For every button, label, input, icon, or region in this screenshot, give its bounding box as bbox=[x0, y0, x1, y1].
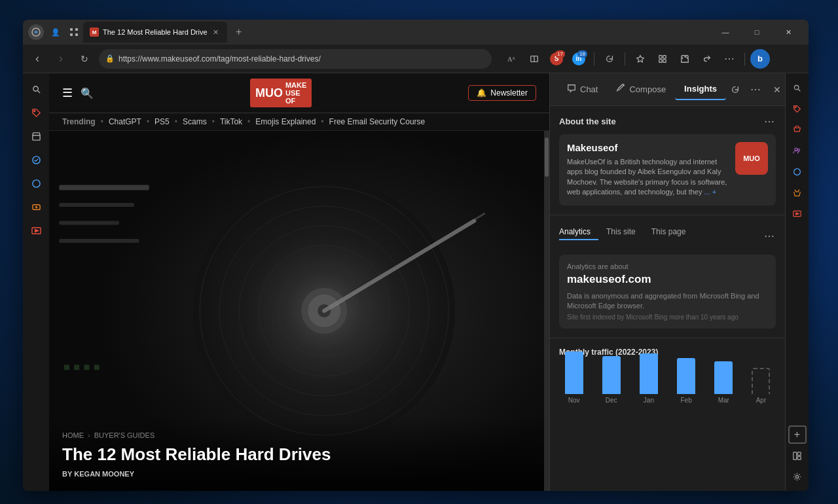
back-button[interactable]: ‹ bbox=[28, 50, 46, 68]
mini-add-button[interactable]: + bbox=[788, 425, 807, 444]
svg-rect-11 bbox=[659, 59, 662, 62]
muo-search-icon[interactable]: 🔍 bbox=[81, 87, 94, 99]
bing-button[interactable]: b bbox=[750, 49, 770, 69]
workspace-icon[interactable] bbox=[67, 26, 81, 39]
trending-chatgpt[interactable]: ChatGPT bbox=[109, 117, 141, 126]
title-bar: 👤 M The 12 Most Reliable Hard Drive ✕ + … bbox=[23, 20, 809, 45]
tab-compose[interactable]: Compose bbox=[607, 79, 675, 100]
profile-icon[interactable]: 👤 bbox=[49, 26, 62, 39]
close-button[interactable]: ✕ bbox=[773, 22, 803, 43]
refresh-insights-button[interactable] bbox=[726, 81, 744, 99]
by-label: BY bbox=[62, 470, 72, 478]
more-button[interactable]: ⋯ bbox=[720, 49, 739, 69]
sidebar-video-icon[interactable] bbox=[26, 220, 46, 241]
sidebar-game-icon[interactable] bbox=[26, 196, 46, 217]
bar-label-nov: Nov bbox=[568, 397, 580, 404]
svg-rect-2 bbox=[75, 28, 78, 31]
svg-rect-41 bbox=[74, 365, 79, 370]
bing-sidebar: Chat Compose Insights bbox=[549, 73, 785, 491]
immersive-reader-button[interactable] bbox=[524, 49, 544, 69]
tab-close-button[interactable]: ✕ bbox=[211, 27, 221, 37]
site-logo-text: MUO bbox=[743, 154, 760, 162]
active-tab[interactable]: M The 12 Most Reliable Hard Drive ✕ bbox=[83, 22, 227, 43]
profile-badge-button[interactable]: S 17 bbox=[547, 49, 566, 69]
analytics-more-button[interactable]: ⋯ bbox=[764, 230, 776, 242]
trending-dot-3: • bbox=[175, 117, 177, 126]
sync-button[interactable] bbox=[600, 49, 619, 69]
analytics-tab-this-page[interactable]: This page bbox=[644, 225, 694, 240]
svg-point-50 bbox=[794, 168, 801, 175]
read-more-button[interactable]: ... + bbox=[704, 188, 717, 196]
tab-chat[interactable]: Chat bbox=[558, 79, 607, 100]
bar-label-dec: Dec bbox=[606, 397, 617, 404]
muo-logo-box[interactable]: MUO MAKE USE OF bbox=[250, 79, 312, 107]
read-aloud-button[interactable]: AA bbox=[502, 49, 522, 69]
svg-rect-40 bbox=[64, 365, 69, 370]
trending-dot-6: • bbox=[321, 117, 323, 126]
breadcrumb-home-link[interactable]: HOME bbox=[62, 431, 84, 439]
trending-dot-5: • bbox=[247, 117, 250, 126]
bar-group-feb: Feb bbox=[672, 358, 701, 404]
mini-video-icon[interactable] bbox=[788, 204, 807, 223]
right-mini-sidebar: + bbox=[785, 73, 809, 491]
site-name: Makeuseof bbox=[567, 142, 729, 153]
analytics-tabs: Analytics This site This page bbox=[559, 225, 693, 240]
bar-group-jan: Jan bbox=[634, 353, 663, 404]
mini-settings-icon[interactable] bbox=[788, 467, 807, 486]
traffic-section: Monthly traffic (2022-2023) Nov Dec bbox=[550, 338, 785, 491]
mini-layout-icon[interactable] bbox=[788, 446, 807, 465]
trending-scams[interactable]: Scams bbox=[183, 117, 207, 126]
favorites-button[interactable] bbox=[630, 49, 650, 69]
analytics-description: Data is anonymous and aggregated from Mi… bbox=[567, 291, 768, 312]
mini-search-icon[interactable] bbox=[788, 79, 807, 97]
sidebar-collections-icon[interactable] bbox=[26, 149, 46, 170]
about-site-title: About the site bbox=[559, 117, 616, 126]
article-title: The 12 Most Reliable Hard Drives bbox=[62, 444, 536, 465]
sidebar-circle-icon[interactable] bbox=[26, 173, 46, 194]
mini-people-icon[interactable] bbox=[788, 141, 807, 160]
trending-tiktok[interactable]: TikTok bbox=[220, 117, 242, 126]
trending-dot-1: • bbox=[101, 117, 103, 126]
tab-insights[interactable]: Insights bbox=[675, 79, 726, 100]
maximize-button[interactable]: □ bbox=[742, 22, 772, 43]
refresh-button[interactable]: ↻ bbox=[75, 50, 94, 68]
scroll-indicator[interactable] bbox=[544, 131, 549, 491]
trending-security[interactable]: Free Email Security Course bbox=[329, 117, 426, 126]
muo-nav-right: 🔔 Newsletter bbox=[468, 85, 536, 101]
website-content[interactable]: ☰ 🔍 MUO MAKE USE OF bbox=[49, 73, 549, 491]
newsletter-button[interactable]: 🔔 Newsletter bbox=[468, 85, 536, 101]
url-box[interactable]: 🔒 https://www.makeuseof.com/tag/most-rel… bbox=[99, 49, 492, 69]
sidebar-shop-icon[interactable] bbox=[26, 126, 46, 147]
svg-marker-52 bbox=[796, 212, 799, 214]
new-tab-button[interactable]: + bbox=[230, 23, 248, 41]
sidebar-tag-icon[interactable] bbox=[26, 102, 46, 123]
hamburger-menu[interactable]: ☰ bbox=[62, 86, 73, 100]
mini-circle-icon[interactable] bbox=[788, 162, 807, 181]
trending-emojis[interactable]: Emojis Explained bbox=[255, 117, 316, 126]
forward-button[interactable]: › bbox=[52, 50, 70, 68]
analytics-section: Analytics This site This page ⋯ Analytic… bbox=[550, 215, 785, 339]
mini-shop-icon[interactable] bbox=[788, 120, 807, 139]
about-site-more-button[interactable]: ⋯ bbox=[764, 115, 776, 128]
more-options-button[interactable]: ⋯ bbox=[747, 81, 765, 99]
minimize-button[interactable]: — bbox=[710, 22, 740, 43]
svg-rect-4 bbox=[75, 33, 78, 36]
bell-icon: 🔔 bbox=[477, 88, 486, 98]
analytics-tab-this-site[interactable]: This site bbox=[598, 225, 644, 240]
notifications-button[interactable]: in 18 bbox=[569, 49, 589, 69]
mini-game-icon[interactable] bbox=[788, 183, 807, 202]
collections-button[interactable] bbox=[653, 49, 672, 69]
trending-ps5[interactable]: PS5 bbox=[155, 117, 170, 126]
close-sidebar-button[interactable]: ✕ bbox=[768, 81, 786, 99]
mini-tag-icon[interactable] bbox=[788, 99, 807, 118]
share-button[interactable] bbox=[697, 49, 717, 69]
breadcrumb-section-link[interactable]: BUYER'S GUIDES bbox=[94, 431, 155, 439]
sidebar-search-icon[interactable] bbox=[26, 79, 46, 99]
breadcrumb: HOME › BUYER'S GUIDES bbox=[62, 431, 536, 439]
toolbar-separator bbox=[594, 52, 594, 65]
analytics-tab-main[interactable]: Analytics bbox=[559, 225, 598, 240]
svg-rect-3 bbox=[70, 33, 73, 36]
analytics-domain: makeuseof.com bbox=[567, 273, 768, 286]
svg-point-47 bbox=[795, 107, 796, 108]
extensions-button[interactable] bbox=[675, 49, 695, 69]
